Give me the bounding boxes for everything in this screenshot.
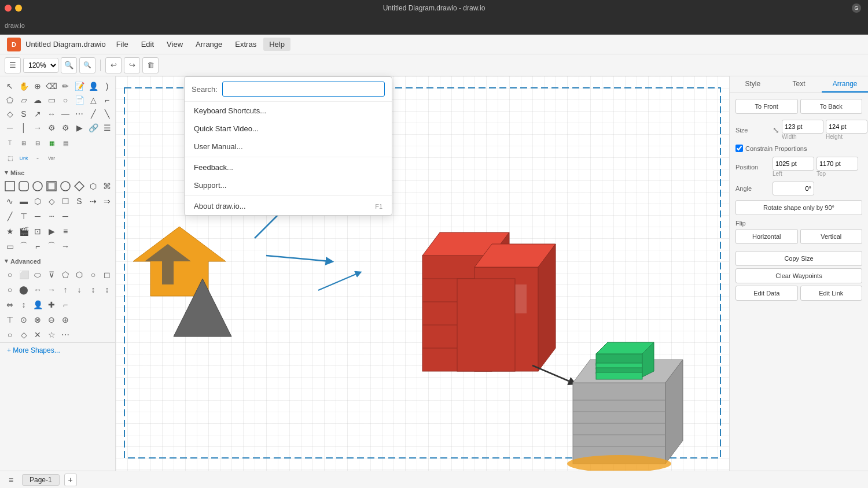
shape-dash2[interactable]: ┄ [45,210,58,223]
shape-cursor[interactable]: ↖ [3,80,16,93]
shape-arc[interactable]: ) [101,80,113,93]
shape-ellipse-outline[interactable]: ○ [59,94,72,106]
adv-shape-31[interactable]: ⋯ [59,328,72,341]
shape-bars2[interactable]: ≡ [59,225,72,238]
shape-parallelogram[interactable]: ▱ [17,94,30,106]
more-shapes-btn[interactable]: + More Shapes... [0,342,115,358]
shape-dline[interactable]: - [31,151,44,164]
menu-file[interactable]: File [111,38,134,51]
dropdown-quick-start[interactable]: Quick Start Video... [185,120,392,138]
adv-shape-1[interactable]: ○ [3,268,16,281]
dropdown-feedback[interactable]: Feedback... [185,158,392,176]
adv-shape-20[interactable]: ✚ [45,298,58,311]
edit-link-btn[interactable]: Edit Link [800,286,863,301]
undo-btn[interactable]: ↩ [105,57,122,73]
adv-shape-14[interactable]: ↓ [73,283,86,296]
shape-s2[interactable]: S [73,195,86,208]
shape-arr-right3[interactable]: ⇒ [101,195,113,208]
shape-callout-curve2[interactable]: ⌒ [45,240,58,253]
shape-zigzag[interactable]: ∿ [3,195,16,208]
dropdown-user-manual[interactable]: User Manual... [185,138,392,156]
close-button[interactable] [5,5,12,12]
copy-size-btn[interactable]: Copy Size [735,251,862,266]
adv-shape-11[interactable]: ↔ [31,283,44,296]
flip-horizontal-btn[interactable]: Horizontal [735,229,798,244]
delete-btn[interactable]: 🗑 [142,57,159,73]
top-input[interactable] [816,157,858,171]
shape-hand[interactable]: ✋ [17,80,30,93]
shape-linkrect[interactable]: ⬚ [3,151,16,164]
adv-shape-5[interactable]: ⬠ [59,268,72,281]
shape-linkvar[interactable]: Link [17,151,30,164]
shape-pentagon[interactable]: ⬠ [3,94,16,106]
shape-s-curve[interactable]: S [17,108,30,120]
shape-table5[interactable]: ▤ [59,136,72,149]
shape-misc13[interactable]: ─ [59,210,72,223]
dropdown-about[interactable]: About draw.io... F1 [185,197,392,215]
clear-waypoints-btn[interactable]: Clear Waypoints [735,268,862,283]
adv-shape-7[interactable]: ○ [87,268,100,281]
shape-cloud[interactable]: ☁ [31,94,44,106]
shape-rhombus2[interactable]: ◇ [45,195,58,208]
shape-outer-rect[interactable] [45,180,58,193]
height-input[interactable] [826,120,867,134]
adv-shape-6[interactable]: ⬡ [73,268,86,281]
dropdown-keyboard-shortcuts[interactable]: Keyboard Shortcuts... [185,102,392,120]
shape-callout-arr[interactable]: → [59,240,72,253]
shape-line3[interactable]: ─ [3,121,16,134]
shape-right-angle[interactable]: ⌐ [101,94,113,106]
adv-shape-21[interactable]: ⌐ [59,298,72,311]
shape-rect-outline[interactable]: ▭ [45,94,58,106]
adv-shape-25[interactable]: ⊖ [45,313,58,326]
adv-shape-30[interactable]: ☆ [45,328,58,341]
dropdown-support[interactable]: Support... [185,176,392,194]
shape-play[interactable]: ▶ [45,225,58,238]
shape-table2[interactable]: ⊞ [17,136,30,149]
shape-gear[interactable]: ⚙ [45,121,58,134]
tab-text[interactable]: Text [776,76,822,93]
shape-table3[interactable]: ⊟ [31,136,44,149]
shape-diamond-misc[interactable] [73,180,86,193]
adv-shape-8[interactable]: ◻ [101,268,113,281]
adv-shape-4[interactable]: ⊽ [45,268,58,281]
advanced-section-header[interactable]: ▾ Advanced [0,254,115,267]
adv-shape-3[interactable]: ⬭ [31,268,44,281]
zoom-select[interactable]: 120% 50% 75% 100% 150% 200% [23,58,58,73]
redo-btn[interactable]: ↪ [124,57,140,73]
width-input[interactable] [782,120,823,134]
shape-arr-right[interactable]: → [31,121,44,134]
adv-shape-2[interactable]: ⬜ [17,268,30,281]
account-icon[interactable]: G [852,3,861,13]
edit-data-btn[interactable]: Edit Data [735,286,798,301]
shape-star-stencil[interactable]: ★ [3,225,16,238]
adv-shape-24[interactable]: ⊗ [31,313,44,326]
shape-link[interactable]: 🔗 [87,121,100,134]
adv-shape-28[interactable]: ◇ [17,328,30,341]
shape-3d-box[interactable]: ☐ [59,195,72,208]
shape-vline[interactable]: │ [17,121,30,134]
shape-table4[interactable]: ▦ [45,136,58,149]
zoom-in-btn[interactable]: 🔍 [61,57,77,73]
to-front-btn[interactable]: To Front [735,99,798,114]
shape-note[interactable]: 📝 [73,80,86,93]
menu-edit[interactable]: Edit [135,38,160,51]
shape-freehand[interactable]: ✏ [59,80,72,93]
shape-arrow-double[interactable]: ↔ [45,108,58,120]
to-back-btn[interactable]: To Back [800,99,863,114]
page-menu-btn[interactable]: ≡ [5,474,17,486]
shape-dotted[interactable]: ⋯ [73,108,86,120]
menu-extras[interactable]: Extras [229,38,262,51]
adv-shape-22[interactable]: ⊤ [3,313,16,326]
shape-arr-right2[interactable]: ⇢ [87,195,100,208]
shape-line[interactable]: ╱ [87,108,100,120]
menu-view[interactable]: View [161,38,189,51]
shape-arrow-curved[interactable]: ↗ [31,108,44,120]
shape-ellipse[interactable] [31,180,44,193]
shape-person[interactable]: 👤 [87,80,100,93]
search-input[interactable] [222,82,385,97]
shape-doc[interactable]: 📄 [73,94,86,106]
flip-vertical-btn[interactable]: Vertical [800,229,863,244]
adv-shape-29[interactable]: ✕ [31,328,44,341]
shape-cube[interactable]: ⬡ [87,180,100,193]
zoom-out-btn[interactable]: 🔍 [79,57,95,73]
